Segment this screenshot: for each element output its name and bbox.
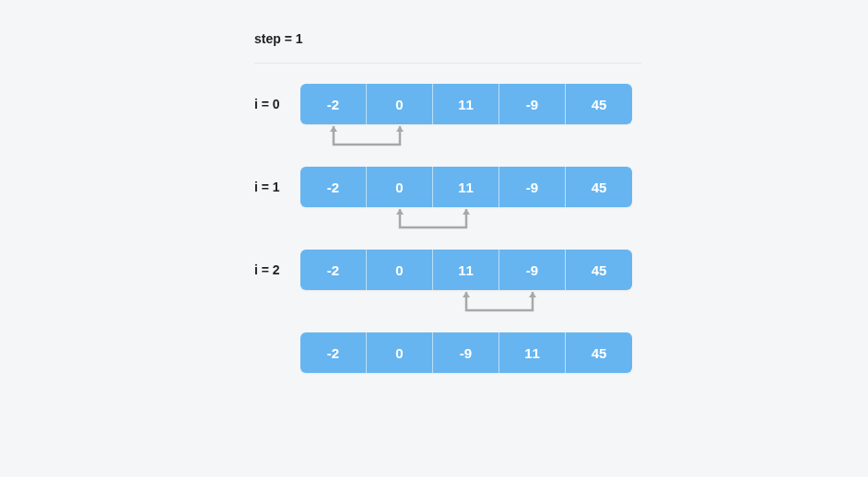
array-cell: 0: [367, 332, 433, 373]
array-cell: 45: [566, 332, 632, 373]
array-row-block: i = 0-2011-945: [254, 84, 868, 156]
connector-icon: [254, 209, 715, 238]
array-cell: 45: [566, 167, 632, 207]
array-cell: -9: [499, 167, 566, 207]
index-label: i = 2: [254, 262, 300, 277]
array-cell: 11: [433, 84, 499, 124]
array-row: -20-91145: [254, 332, 868, 373]
array-cell: 11: [433, 250, 499, 290]
swap-connector: [254, 292, 868, 321]
divider: [254, 63, 641, 64]
array-cell: 45: [566, 84, 632, 124]
array-cell: 0: [367, 250, 433, 290]
array-cell: 11: [499, 332, 566, 373]
array-row: i = 2-2011-945: [254, 250, 868, 290]
array-row-block: i = 2-2011-945: [254, 250, 868, 321]
rows-container: i = 0-2011-945i = 1-2011-945i = 2-2011-9…: [254, 84, 868, 380]
array-cell: 0: [367, 84, 433, 124]
step-label: step = 1: [254, 31, 868, 46]
array-row-block: -20-91145: [254, 332, 868, 380]
array-row-block: i = 1-2011-945: [254, 167, 868, 238]
array-cell: -9: [499, 84, 566, 124]
swap-connector: [254, 126, 868, 156]
index-label: i = 1: [254, 180, 300, 194]
array-cell: 45: [566, 250, 632, 290]
array: -2011-945: [300, 167, 632, 207]
connector-icon: [254, 292, 715, 321]
array-cell: -9: [499, 250, 566, 290]
array-row: i = 1-2011-945: [254, 167, 868, 207]
array-row: i = 0-2011-945: [254, 84, 868, 124]
array-cell: 11: [433, 167, 499, 207]
array-cell: -2: [300, 167, 367, 207]
connector-icon: [254, 126, 715, 156]
array: -2011-945: [300, 250, 632, 290]
array: -20-91145: [300, 332, 632, 373]
array-cell: -9: [433, 332, 499, 373]
array-cell: 0: [367, 167, 433, 207]
index-label: i = 0: [254, 97, 300, 111]
array-cell: -2: [300, 84, 367, 124]
array-cell: -2: [300, 250, 367, 290]
array-cell: -2: [300, 332, 367, 373]
array: -2011-945: [300, 84, 632, 124]
swap-connector: [254, 209, 868, 238]
